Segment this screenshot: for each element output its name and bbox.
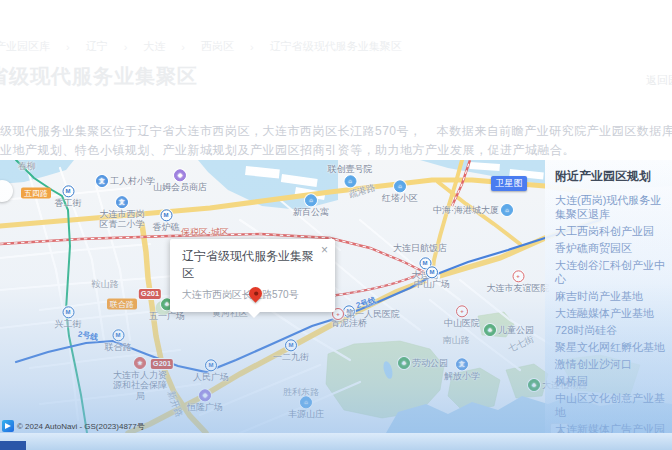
breadcrumb-separator: › bbox=[66, 41, 70, 53]
park-list-item[interactable]: 大工西岗科创产业园 bbox=[555, 224, 668, 238]
breadcrumb-item[interactable]: 辽宁省级现代服务业集聚区 bbox=[270, 39, 402, 54]
back-to-parks-link[interactable]: 返回园区 bbox=[646, 73, 672, 88]
park-list-item[interactable]: 激情创业沙河口 bbox=[555, 357, 668, 371]
park-list-item[interactable]: 728时尚硅谷 bbox=[555, 323, 668, 337]
breadcrumb-item[interactable]: 大连 bbox=[143, 39, 165, 54]
map-info-popup: × 辽宁省级现代服务业集聚区 大连市西岗区长江路570号 bbox=[170, 239, 335, 312]
breadcrumb-separator: › bbox=[181, 41, 185, 53]
park-list-item[interactable]: 麻吉时尚产业基地 bbox=[555, 289, 668, 303]
description-line-2: 业地产规划、特色小镇规划、产业新城规划及产业园区招商引资等，助力地方产业发展，促… bbox=[0, 142, 575, 159]
page-title: 辽宁省级现代服务业集聚区 bbox=[0, 63, 198, 90]
amap-logo-icon bbox=[2, 420, 14, 432]
satellite-view-button[interactable]: 卫星图 bbox=[491, 176, 527, 191]
breadcrumb-item[interactable]: 西岗区 bbox=[201, 39, 234, 54]
park-list-item[interactable]: 香炉礁商贸园区 bbox=[555, 241, 668, 255]
map-attribution: © 2024 AutoNavi - GS(2023)4877号 bbox=[2, 420, 145, 432]
popup-close-icon[interactable]: × bbox=[321, 243, 328, 257]
park-list-item[interactable]: 大连(西岗)现代服务业集聚区退库 bbox=[555, 193, 668, 221]
park-list-item[interactable]: 大连融媒体产业基地 bbox=[555, 306, 668, 320]
breadcrumb-item[interactable]: 辽宁 bbox=[86, 39, 108, 54]
park-list-item[interactable]: 中山区文化创意产业基地 bbox=[555, 391, 668, 419]
page: 前瞻产业园区库›辽宁›大连›西岗区›辽宁省级现代服务业集聚区 辽宁省级现代服务业… bbox=[0, 0, 672, 450]
park-list-item[interactable]: 聚星文化网红孵化基地 bbox=[555, 340, 668, 354]
attribution-text: © 2024 AutoNavi - GS(2023)4877号 bbox=[17, 421, 145, 432]
park-list-item[interactable]: 枫桥园 bbox=[555, 374, 668, 388]
popup-title: 辽宁省级现代服务业集聚区 bbox=[182, 248, 323, 282]
footer-band bbox=[0, 433, 672, 450]
breadcrumb: 前瞻产业园区库›辽宁›大连›西岗区›辽宁省级现代服务业集聚区 bbox=[0, 39, 402, 54]
nearby-parks-title: 附近产业园区规划 bbox=[555, 168, 668, 185]
nearby-parks-panel: 附近产业园区规划 大连(西岗)现代服务业集聚区退库大工西岗科创产业园香炉礁商贸园… bbox=[545, 160, 672, 433]
footer-logo bbox=[0, 441, 26, 450]
breadcrumb-separator: › bbox=[250, 41, 254, 53]
park-list-item[interactable]: 大连创谷汇科创产业中心 bbox=[555, 258, 668, 286]
breadcrumb-item[interactable]: 前瞻产业园区库 bbox=[0, 39, 50, 54]
breadcrumb-separator: › bbox=[124, 41, 128, 53]
park-list: 大连(西岗)现代服务业集聚区退库大工西岗科创产业园香炉礁商贸园区大连创谷汇科创产… bbox=[555, 193, 668, 450]
description-line-1: 级现代服务业集聚区位于辽宁省大连市西岗区，大连市西岗区长江路570号， 本数据来… bbox=[0, 123, 672, 140]
